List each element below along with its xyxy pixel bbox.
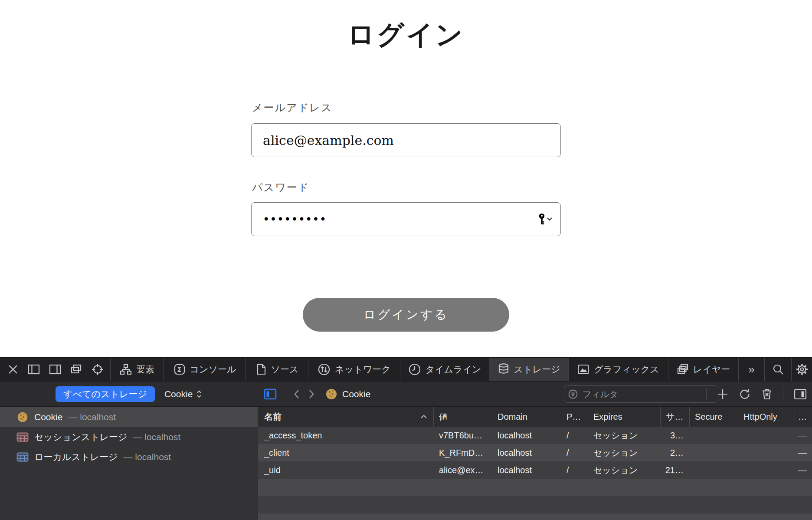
tab-elements[interactable]: 要素 bbox=[111, 358, 164, 381]
login-page: ログイン メールアドレス パスワード ログインする bbox=[0, 0, 812, 357]
email-input[interactable] bbox=[251, 123, 561, 157]
column-header-httponly[interactable]: HttpOnly bbox=[738, 407, 795, 427]
search-icon bbox=[772, 363, 784, 375]
forward-button[interactable] bbox=[308, 389, 314, 399]
window-controls bbox=[0, 358, 111, 381]
scope-cookie-select[interactable]: Cookie bbox=[164, 389, 202, 399]
web-inspector: 要素 コンソール ソース bbox=[0, 357, 812, 520]
gear-icon bbox=[796, 363, 809, 376]
column-header-expires[interactable]: Expires bbox=[588, 407, 661, 427]
password-label: パスワード bbox=[252, 181, 309, 194]
search-button[interactable] bbox=[765, 358, 792, 381]
email-label: メールアドレス bbox=[252, 101, 332, 115]
filter-field[interactable] bbox=[564, 385, 718, 403]
layers-icon bbox=[677, 363, 689, 375]
inspector-second-row: すべてのストレージ Cookie bbox=[0, 382, 812, 407]
filter-icon bbox=[568, 389, 578, 399]
password-input[interactable] bbox=[251, 202, 561, 236]
column-header-domain[interactable]: Domain bbox=[492, 407, 561, 427]
tab-network[interactable]: ネットワーク bbox=[308, 358, 400, 381]
storage-scope-bar: すべてのストレージ Cookie bbox=[0, 382, 258, 406]
empty-row bbox=[258, 496, 812, 513]
sources-icon bbox=[255, 363, 267, 375]
graphics-icon bbox=[577, 364, 589, 375]
content-nav-bar: Cookie bbox=[258, 382, 812, 406]
column-header-size[interactable]: サ… bbox=[661, 407, 690, 427]
content-title: Cookie bbox=[325, 388, 370, 401]
divider bbox=[706, 388, 707, 400]
sidebar-item-cookies[interactable]: Cookie — localhost bbox=[0, 407, 258, 427]
toggle-left-sidebar-icon[interactable] bbox=[264, 388, 277, 400]
column-header-secure[interactable]: Secure bbox=[690, 407, 738, 427]
timelines-icon bbox=[408, 363, 421, 376]
table-row[interactable]: _uid alice@ex… localhost / セッション 21… — bbox=[258, 461, 812, 479]
clear-cookies-trash-icon[interactable] bbox=[761, 388, 773, 400]
refresh-button[interactable] bbox=[739, 388, 751, 400]
dock-right-icon[interactable] bbox=[49, 363, 62, 375]
filter-input[interactable] bbox=[582, 389, 714, 400]
element-picker-icon[interactable] bbox=[91, 363, 104, 376]
storage-sidebar: Cookie — localhost セッションストレージ bbox=[0, 407, 258, 520]
console-icon bbox=[174, 363, 186, 375]
cookie-icon bbox=[325, 388, 338, 401]
column-header-name[interactable]: 名前 bbox=[258, 407, 434, 427]
empty-row bbox=[258, 479, 812, 496]
column-header-path[interactable]: P… bbox=[561, 407, 588, 427]
tab-graphics[interactable]: グラフィックス bbox=[569, 358, 668, 381]
divider bbox=[783, 388, 783, 400]
tab-timelines[interactable]: タイムライン bbox=[400, 358, 489, 381]
sidebar-item-session-storage[interactable]: セッションストレージ — localhost bbox=[0, 427, 258, 447]
cookie-icon bbox=[16, 411, 29, 423]
table-row[interactable]: _access_token v7BT6bu… localhost / セッション… bbox=[258, 427, 812, 444]
add-cookie-button[interactable] bbox=[717, 388, 728, 400]
back-button[interactable] bbox=[294, 389, 300, 399]
page-title: ログイン bbox=[0, 16, 812, 53]
empty-row bbox=[258, 513, 812, 520]
elements-icon bbox=[120, 363, 132, 375]
more-tabs-button[interactable]: » bbox=[739, 358, 765, 381]
session-storage-table-icon bbox=[16, 432, 29, 442]
toggle-right-sidebar-icon[interactable] bbox=[794, 388, 807, 400]
tab-layers[interactable]: レイヤー bbox=[668, 358, 739, 381]
double-chevron-icon: » bbox=[748, 363, 754, 376]
close-icon[interactable] bbox=[7, 363, 19, 375]
table-row[interactable]: _client K_RFmD… localhost / セッション 2… — bbox=[258, 444, 812, 461]
tab-storage[interactable]: ストレージ bbox=[489, 358, 569, 381]
storage-icon bbox=[498, 363, 510, 376]
network-icon bbox=[318, 363, 331, 376]
divider bbox=[283, 388, 283, 400]
inspector-tab-bar: 要素 コンソール ソース bbox=[0, 358, 812, 382]
cookie-table-header: 名前 値 Domain P… Expires サ… Secure HttpOnl… bbox=[258, 407, 812, 427]
sidebar-item-local-storage[interactable]: ローカルストレージ — localhost bbox=[0, 447, 258, 467]
password-autofill-key-icon[interactable] bbox=[536, 213, 554, 226]
column-header-value[interactable]: 値 bbox=[434, 407, 492, 427]
tab-sources[interactable]: ソース bbox=[246, 358, 308, 381]
password-field-wrap bbox=[251, 202, 561, 236]
settings-button[interactable] bbox=[792, 358, 812, 381]
tab-console[interactable]: コンソール bbox=[164, 358, 246, 381]
dock-left-icon[interactable] bbox=[27, 363, 40, 375]
screen: ログイン メールアドレス パスワード ログインする bbox=[0, 0, 812, 520]
login-button[interactable]: ログインする bbox=[303, 298, 509, 332]
cookie-table: 名前 値 Domain P… Expires サ… Secure HttpOnl… bbox=[258, 407, 812, 520]
sort-ascending-chevron-icon bbox=[420, 415, 427, 419]
scope-all-storage-button[interactable]: すべてのストレージ bbox=[56, 386, 155, 402]
up-down-chevrons-icon bbox=[196, 390, 202, 398]
undock-icon[interactable] bbox=[70, 363, 83, 375]
local-storage-table-icon bbox=[16, 452, 29, 462]
column-header-overflow[interactable]: … bbox=[795, 407, 812, 427]
storage-content: Cookie — localhost セッションストレージ bbox=[0, 407, 812, 520]
nav-actions bbox=[706, 382, 812, 407]
